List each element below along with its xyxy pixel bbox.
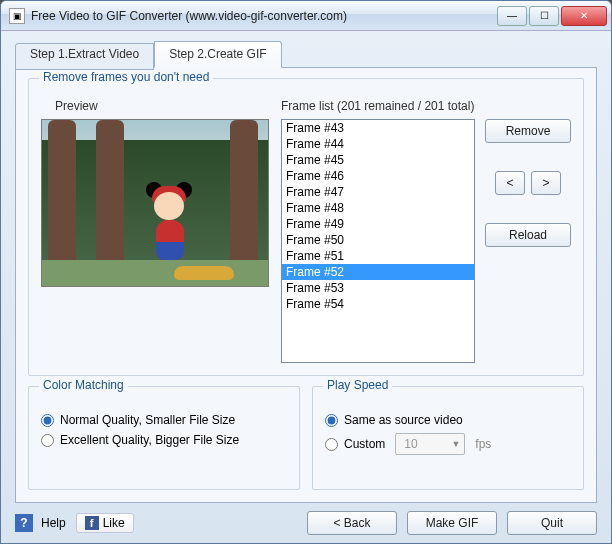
- frame-list-item[interactable]: Frame #44: [282, 136, 474, 152]
- chevron-down-icon: ▼: [451, 439, 460, 449]
- frame-list-item[interactable]: Frame #49: [282, 216, 474, 232]
- group-title-remove-frames: Remove frames you don't need: [39, 70, 213, 84]
- preview-label: Preview: [55, 99, 269, 113]
- make-gif-button[interactable]: Make GIF: [407, 511, 497, 535]
- help-link[interactable]: ? Help: [15, 514, 66, 532]
- maximize-button[interactable]: ☐: [529, 6, 559, 26]
- footer: ? Help f Like < Back Make GIF Quit: [15, 503, 597, 535]
- radio-custom-speed[interactable]: Custom: [325, 437, 385, 451]
- frame-list-item[interactable]: Frame #54: [282, 296, 474, 312]
- radio-normal-input[interactable]: [41, 414, 54, 427]
- radio-normal-label: Normal Quality, Smaller File Size: [60, 413, 235, 427]
- frame-list-item[interactable]: Frame #43: [282, 120, 474, 136]
- group-title-color-matching: Color Matching: [39, 378, 128, 392]
- frame-list-item[interactable]: Frame #50: [282, 232, 474, 248]
- fps-combo[interactable]: 10 ▼: [395, 433, 465, 455]
- back-button[interactable]: < Back: [307, 511, 397, 535]
- radio-excellent-input[interactable]: [41, 434, 54, 447]
- frame-side-buttons: Remove < > Reload: [485, 99, 571, 363]
- frame-list-item[interactable]: Frame #47: [282, 184, 474, 200]
- radio-excellent-label: Excellent Quality, Bigger File Size: [60, 433, 239, 447]
- tab-panel: Remove frames you don't need Preview: [15, 67, 597, 503]
- group-play-speed: Play Speed Same as source video Custom 1…: [312, 386, 584, 490]
- tab-step2[interactable]: Step 2.Create GIF: [154, 41, 281, 68]
- frame-listbox[interactable]: Frame #43Frame #44Frame #45Frame #46Fram…: [281, 119, 475, 363]
- help-label: Help: [41, 516, 66, 530]
- lower-row: Color Matching Normal Quality, Smaller F…: [28, 386, 584, 490]
- app-icon: ▣: [9, 8, 25, 24]
- group-color-matching: Color Matching Normal Quality, Smaller F…: [28, 386, 300, 490]
- quit-button[interactable]: Quit: [507, 511, 597, 535]
- close-button[interactable]: ✕: [561, 6, 607, 26]
- titlebar[interactable]: ▣ Free Video to GIF Converter (www.video…: [1, 1, 611, 31]
- client-area: Step 1.Extract Video Step 2.Create GIF R…: [1, 31, 611, 543]
- radio-same-speed[interactable]: Same as source video: [325, 413, 571, 427]
- radio-excellent-quality[interactable]: Excellent Quality, Bigger File Size: [41, 433, 287, 447]
- next-frame-button[interactable]: >: [531, 171, 561, 195]
- help-icon: ?: [15, 514, 33, 532]
- group-title-play-speed: Play Speed: [323, 378, 392, 392]
- radio-normal-quality[interactable]: Normal Quality, Smaller File Size: [41, 413, 287, 427]
- radio-same-input[interactable]: [325, 414, 338, 427]
- group-remove-frames: Remove frames you don't need Preview: [28, 78, 584, 376]
- minimize-button[interactable]: —: [497, 6, 527, 26]
- reload-button[interactable]: Reload: [485, 223, 571, 247]
- radio-same-label: Same as source video: [344, 413, 463, 427]
- frame-list-item[interactable]: Frame #48: [282, 200, 474, 216]
- facebook-like-button[interactable]: f Like: [76, 513, 134, 533]
- fps-value: 10: [404, 437, 417, 451]
- frame-list-item[interactable]: Frame #52: [282, 264, 474, 280]
- frame-list-item[interactable]: Frame #45: [282, 152, 474, 168]
- frame-list-item[interactable]: Frame #46: [282, 168, 474, 184]
- radio-custom-input[interactable]: [325, 438, 338, 451]
- frame-list-item[interactable]: Frame #51: [282, 248, 474, 264]
- prev-frame-button[interactable]: <: [495, 171, 525, 195]
- app-window: ▣ Free Video to GIF Converter (www.video…: [0, 0, 612, 544]
- tab-step1[interactable]: Step 1.Extract Video: [15, 43, 154, 70]
- framelist-column: Frame list (201 remained / 201 total) Fr…: [281, 99, 571, 363]
- fps-unit-label: fps: [475, 437, 491, 451]
- window-title: Free Video to GIF Converter (www.video-g…: [31, 9, 497, 23]
- remove-button[interactable]: Remove: [485, 119, 571, 143]
- preview-image: [41, 119, 269, 287]
- facebook-icon: f: [85, 516, 99, 530]
- radio-custom-label: Custom: [344, 437, 385, 451]
- preview-column: Preview: [41, 99, 269, 363]
- frame-list-label: Frame list (201 remained / 201 total): [281, 99, 475, 113]
- like-label: Like: [103, 516, 125, 530]
- window-controls: — ☐ ✕: [497, 6, 607, 26]
- frame-list-item[interactable]: Frame #53: [282, 280, 474, 296]
- tabstrip: Step 1.Extract Video Step 2.Create GIF: [15, 41, 597, 68]
